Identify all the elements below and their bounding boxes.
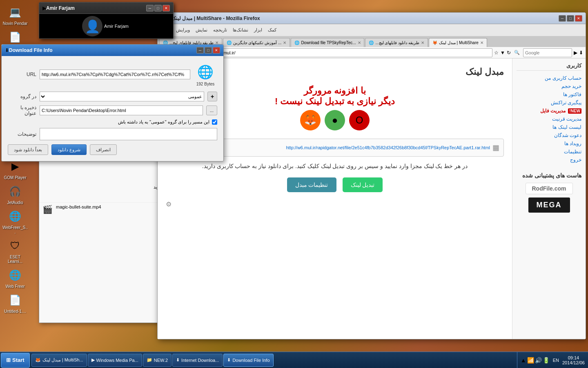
- gear-icon[interactable]: ⚙: [166, 201, 172, 208]
- tray-network-icon[interactable]: 📶: [527, 357, 534, 364]
- browser-close-btn[interactable]: ✕: [575, 15, 582, 22]
- menu-view[interactable]: نمایش: [193, 27, 210, 34]
- taskbar-new2-label: NEW.2: [154, 358, 168, 363]
- menu-tools[interactable]: ابزار: [252, 27, 265, 34]
- dialog-maximize-btn[interactable]: □: [205, 47, 212, 54]
- sidebar-link-events[interactable]: رویداد ها: [517, 139, 581, 148]
- save-path-input[interactable]: [40, 105, 203, 115]
- tab-3-close[interactable]: ✕: [421, 40, 424, 45]
- convert-link-button[interactable]: تبدیل لینک: [343, 177, 383, 192]
- sidebar-link-filemanager[interactable]: NEW! مدیریت فایل: [517, 107, 581, 115]
- sidebar-link-logout[interactable]: خروج: [517, 156, 581, 164]
- file-icon-area: 🌐 192 Bytes: [194, 60, 217, 88]
- taskbar-item-media[interactable]: ▶ Windows Media Pa...: [88, 354, 142, 367]
- hosted-title: هاست های پشتیبانی شده: [517, 172, 581, 179]
- sidebar-link-volume[interactable]: خرید حجم: [517, 82, 581, 90]
- search-submit-icon[interactable]: ▶: [574, 50, 577, 56]
- download-later-button[interactable]: بعداً دانلود شود: [8, 144, 48, 155]
- taskbar-item-dfi[interactable]: ⬇ Download File Info: [223, 354, 273, 367]
- link-url-text: http://w6.mul.ir/rapidgator.net/file/2e5…: [286, 145, 490, 150]
- tray-battery-icon[interactable]: 🔋: [543, 357, 550, 364]
- media-minimize-btn[interactable]: ─: [146, 5, 154, 11]
- tab-4-active[interactable]: 🦊 مبدل لینک | MultiShare ✕: [429, 38, 487, 47]
- desktop-icon-label11: Web Freer: [5, 284, 24, 289]
- windows-logo-icon: ⊞: [6, 357, 11, 363]
- start-button[interactable]: ⊞ Start: [1, 353, 30, 368]
- browse-button[interactable]: ...: [206, 105, 217, 115]
- cancel-button[interactable]: انصراف: [90, 144, 117, 155]
- tray-arrow-icon[interactable]: ▲: [521, 357, 526, 364]
- bookmark-icon[interactable]: ▼: [500, 50, 505, 56]
- qr-icon: ▦: [492, 143, 499, 152]
- desktop-icon-eset[interactable]: 🛡 ESET Learni...: [2, 238, 28, 264]
- sidebar-title-user: کاربری: [517, 63, 581, 71]
- taskbar-idm-icon: ⬇: [176, 357, 180, 363]
- sidebar-link-favmanager[interactable]: مدیریت قرنیت: [517, 115, 581, 123]
- sidebar-link-invited[interactable]: دعوت شدگان: [517, 131, 581, 139]
- menu-bookmarks[interactable]: نشانک‌ها: [230, 27, 251, 34]
- desktop-icon-webfreer[interactable]: 🌐 WebFreer_S...: [2, 208, 28, 234]
- refresh-icon[interactable]: ↻: [507, 50, 511, 56]
- tab-1-close[interactable]: ✕: [283, 40, 286, 45]
- browser-maximize-btn[interactable]: □: [567, 15, 574, 22]
- menu-edit[interactable]: ویرایش: [174, 27, 192, 34]
- desktop-icon-webfreer2[interactable]: 🌐 Web Freer: [2, 267, 28, 289]
- tray-volume-icon[interactable]: 🔊: [535, 357, 542, 364]
- media-close-btn[interactable]: ✕: [163, 5, 170, 11]
- start-download-button[interactable]: شروع دانلود: [51, 144, 87, 155]
- desktop-icon-label8: JetAudio: [7, 200, 23, 205]
- desktop-icon-jetaudio[interactable]: 🎧 JetAudio: [2, 183, 28, 205]
- desktop-icon-novin-pendar[interactable]: 💻 Novin Pendar: [2, 4, 28, 26]
- start-label: Start: [12, 357, 24, 363]
- eset-icon: 🛡: [7, 238, 23, 254]
- tab-3-label: ...طریقه دانلود فایلهای لیچ: [375, 40, 419, 45]
- rodfile-logo: RodFile.com: [526, 183, 573, 194]
- taskbar-dfi-icon: ⬇: [227, 357, 231, 363]
- desc-label: توضیحات: [8, 131, 36, 137]
- media-maximize-btn[interactable]: □: [154, 5, 162, 11]
- group-select[interactable]: عمومی: [40, 92, 204, 101]
- tab-1-icon: 🌐: [227, 40, 232, 45]
- sidebar-link-linklist[interactable]: لیست لینک ها: [517, 123, 581, 131]
- taskbar-item-firefox[interactable]: 🦊 مبدل لینک | MultiSh...: [31, 354, 87, 367]
- tab-3[interactable]: 🌐 ...طریقه دانلود فایلهای لیچ ✕: [365, 38, 428, 47]
- dialog-close-btn[interactable]: ✕: [213, 47, 220, 54]
- tray-icons: ▲ 📶 🔊 🔋: [521, 357, 550, 364]
- tab-4-close[interactable]: ✕: [480, 40, 483, 45]
- tab-1[interactable]: 🌐 آموزش تکنیکهای جایگزین ... ✕: [223, 38, 290, 47]
- browser-minimize-btn[interactable]: ─: [559, 15, 566, 22]
- desktop-icon-label10: ESET Learni...: [2, 255, 28, 264]
- dialog-minimize-btn[interactable]: ─: [196, 47, 204, 54]
- search-input[interactable]: [523, 48, 572, 57]
- taskbar-item-new2[interactable]: 📁 NEW.2: [143, 354, 172, 367]
- desktop-icon-untitled[interactable]: 📄 Untitled-1....: [2, 292, 28, 314]
- browser-title: مبدل لینک | MultiShare - Mozilla Firefox: [172, 16, 559, 21]
- lang-indicator: EN: [551, 358, 561, 363]
- remember-path-checkbox[interactable]: [212, 119, 217, 125]
- mega-logo: MEGA: [528, 197, 570, 213]
- sidebar-link-track[interactable]: پیگیری تراکنش: [517, 99, 581, 107]
- download-icon[interactable]: ⬇: [579, 50, 583, 56]
- taskbar-item-idm[interactable]: ⬇ Internet Downloa...: [172, 354, 223, 367]
- sidebar-link-invoice[interactable]: فاکتور ها: [517, 90, 581, 99]
- sidebar-link-account[interactable]: حساب کاربری من: [517, 74, 581, 82]
- url-input[interactable]: [40, 70, 190, 79]
- media-titlebar: ▶ Amir Farjam ─ □ ✕: [39, 2, 173, 14]
- tab-2[interactable]: 🌐 Download file TPSkyRepTec... ✕: [291, 38, 364, 47]
- settings-button[interactable]: تنظیمات مبدل: [287, 177, 336, 192]
- menu-help[interactable]: کمک: [265, 27, 279, 34]
- action-buttons: تبدیل لینک تنظیمات مبدل: [166, 177, 504, 192]
- desc-textarea[interactable]: [40, 128, 217, 140]
- media-info: Amir Farjam: [102, 22, 130, 30]
- add-group-button[interactable]: +: [207, 92, 217, 101]
- sidebar-link-settings[interactable]: تنظیمات: [517, 148, 581, 156]
- taskbar-dfi-label: Download File Info: [232, 358, 270, 363]
- menu-history[interactable]: تاریخچه: [211, 27, 229, 34]
- desktop-icon-img: 💻: [7, 4, 23, 20]
- taskbar-clock: 09:14 2014/12/06: [562, 355, 585, 365]
- address-input[interactable]: [203, 48, 492, 57]
- save-path-row: ذخیره با عنوان ...: [8, 105, 217, 116]
- url-label: URL: [8, 72, 36, 77]
- star-icon[interactable]: ☆: [494, 50, 499, 56]
- tab-2-close[interactable]: ✕: [358, 40, 361, 45]
